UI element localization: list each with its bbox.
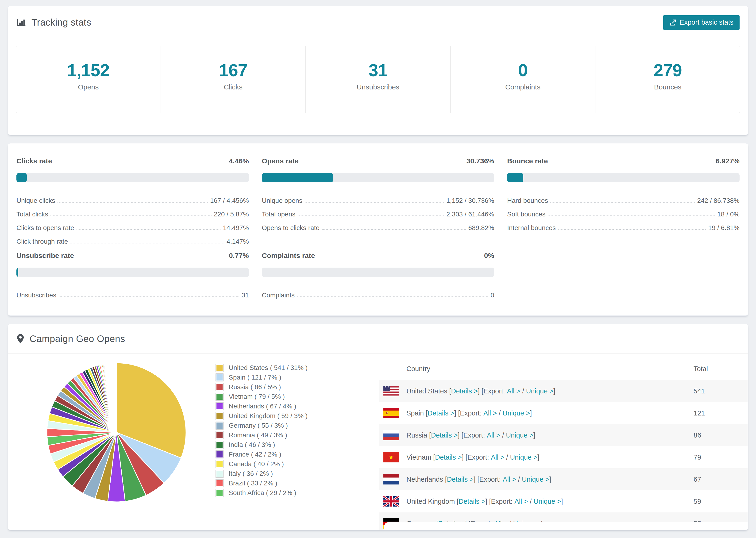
export-basic-stats-button[interactable]: Export basic stats bbox=[663, 15, 739, 30]
metric-row: Complaints0 bbox=[262, 286, 494, 299]
row-total: 86 bbox=[693, 431, 747, 439]
export-unique-link[interactable]: Unique > bbox=[526, 387, 553, 395]
dotted-leader bbox=[50, 215, 211, 216]
bracket-text: [ bbox=[427, 431, 431, 439]
legend-item-south-africa[interactable]: South Africa ( 29 / 2% ) bbox=[216, 488, 344, 498]
export-all-link[interactable]: All > bbox=[503, 476, 516, 483]
dotted-leader bbox=[77, 229, 221, 230]
details-link[interactable]: Details > bbox=[459, 498, 485, 506]
legend-item-france[interactable]: France ( 42 / 2% ) bbox=[216, 450, 344, 459]
map-marker-icon bbox=[17, 334, 25, 344]
table-row: Spain [Details >] [Export: All > / Uniqu… bbox=[379, 402, 747, 424]
rate-detail-rows: Unique opens1,152 / 30.736%Total opens2,… bbox=[262, 191, 494, 232]
bar-chart-icon bbox=[17, 18, 26, 27]
export-all-link[interactable]: All > bbox=[487, 431, 500, 439]
metric-label: Unique clicks bbox=[17, 197, 55, 204]
metric-row: Unique opens1,152 / 30.736% bbox=[262, 191, 494, 204]
legend-swatch bbox=[216, 441, 224, 449]
metric-value: 167 / 4.456% bbox=[210, 197, 249, 204]
rate-title: Opens rate bbox=[262, 157, 298, 165]
metric-value: 242 / 86.738% bbox=[697, 197, 739, 204]
stat-clicks: 167 Clicks bbox=[161, 46, 305, 113]
opens-rate-section: Opens rate 30.736% Unique opens1,152 / 3… bbox=[262, 157, 494, 245]
bracket-text: ] [Export: bbox=[473, 476, 503, 483]
legend-label: France ( 42 / 2% ) bbox=[229, 451, 281, 458]
legend-item-germany[interactable]: Germany ( 55 / 3% ) bbox=[216, 421, 344, 430]
export-unique-link[interactable]: Unique > bbox=[506, 431, 533, 439]
export-unique-link[interactable]: Unique > bbox=[522, 476, 549, 483]
separator-text: / bbox=[528, 498, 533, 506]
legend-swatch bbox=[216, 402, 224, 410]
details-link[interactable]: Details > bbox=[431, 431, 458, 439]
legend-item-brazil[interactable]: Brazil ( 33 / 2% ) bbox=[216, 478, 344, 488]
bracket-text: ] bbox=[549, 476, 551, 483]
export-unique-link[interactable]: Unique > bbox=[503, 409, 530, 417]
legend-item-spain[interactable]: Spain ( 121 / 7% ) bbox=[216, 372, 344, 382]
bracket-text: ] [Export: bbox=[454, 409, 483, 417]
bracket-text: ] [Export: bbox=[478, 387, 507, 395]
metric-row: Internal bounces19 / 6.81% bbox=[507, 218, 739, 232]
metric-label: Soft bounces bbox=[507, 211, 545, 218]
legend-item-russia[interactable]: Russia ( 86 / 5% ) bbox=[216, 382, 344, 392]
details-link[interactable]: Details > bbox=[435, 454, 462, 461]
metric-value: 4.147% bbox=[227, 238, 249, 245]
row-total: 541 bbox=[693, 387, 747, 395]
metric-label: Total clicks bbox=[17, 211, 48, 218]
bracket-text: [ bbox=[455, 498, 459, 506]
legend-item-italy[interactable]: Italy ( 36 / 2% ) bbox=[216, 469, 344, 478]
row-total: 79 bbox=[693, 454, 747, 461]
details-link[interactable]: Details > bbox=[428, 409, 454, 417]
metric-value: 2,303 / 61.446% bbox=[446, 211, 494, 218]
rate-value: 0.77% bbox=[229, 252, 249, 260]
export-icon bbox=[669, 19, 676, 26]
dotted-leader bbox=[59, 296, 239, 297]
legend-swatch bbox=[216, 489, 224, 497]
dotted-leader bbox=[58, 202, 208, 202]
legend-label: United Kingdom ( 59 / 3% ) bbox=[229, 412, 307, 420]
legend-item-vietnam[interactable]: Vietnam ( 79 / 5% ) bbox=[216, 392, 344, 402]
table-row: United States [Details >] [Export: All >… bbox=[379, 380, 747, 402]
legend-item-canada[interactable]: Canada ( 40 / 2% ) bbox=[216, 459, 344, 469]
rate-detail-rows: Complaints0 bbox=[262, 286, 494, 299]
unsubscribe-rate-section: Unsubscribe rate 0.77% Unsubscribes31 bbox=[17, 252, 249, 299]
export-unique-link[interactable]: Unique > bbox=[534, 498, 561, 506]
legend-label: India ( 46 / 3% ) bbox=[229, 441, 275, 449]
metric-value: 18 / 0% bbox=[717, 211, 739, 218]
metric-row: Total clicks220 / 5.87% bbox=[17, 204, 249, 218]
separator-text: / bbox=[516, 476, 522, 483]
clicks-rate-section: Clicks rate 4.46% Unique clicks167 / 4.4… bbox=[17, 157, 249, 245]
export-unique-link[interactable]: Unique > bbox=[510, 454, 537, 461]
column-header-country: Country bbox=[379, 365, 693, 373]
stat-complaints: 0 Complaints bbox=[450, 46, 595, 113]
details-link[interactable]: Details > bbox=[447, 476, 474, 483]
flag-nl-icon bbox=[383, 474, 399, 484]
dotted-leader bbox=[70, 243, 224, 243]
metric-label: Hard bounces bbox=[507, 197, 548, 204]
legend-item-netherlands[interactable]: Netherlands ( 67 / 4% ) bbox=[216, 402, 344, 411]
complaints-rate-progress-bar bbox=[262, 268, 494, 277]
export-all-link[interactable]: All > bbox=[507, 387, 520, 395]
legend-item-united-states[interactable]: United States ( 541 / 31% ) bbox=[216, 363, 344, 372]
legend-swatch bbox=[216, 479, 224, 487]
details-link[interactable]: Details > bbox=[451, 387, 478, 395]
legend-item-india[interactable]: India ( 46 / 3% ) bbox=[216, 440, 344, 450]
export-all-link[interactable]: All > bbox=[483, 409, 497, 417]
metric-label: Clicks to opens rate bbox=[17, 224, 74, 232]
export-all-link[interactable]: All > bbox=[514, 498, 528, 506]
progress-fill bbox=[17, 268, 18, 277]
metric-row: Hard bounces242 / 86.738% bbox=[507, 191, 739, 204]
legend-label: Germany ( 55 / 3% ) bbox=[229, 422, 288, 429]
legend-item-romania[interactable]: Romania ( 49 / 3% ) bbox=[216, 430, 344, 440]
country-cell: United States [Details >] [Export: All >… bbox=[379, 386, 693, 396]
metric-row: Clicks to opens rate14.497% bbox=[17, 218, 249, 232]
table-row: Vietnam [Details >] [Export: All > / Uni… bbox=[379, 446, 747, 468]
dotted-leader bbox=[322, 229, 466, 230]
stat-value: 0 bbox=[451, 60, 595, 80]
legend-label: Vietnam ( 79 / 5% ) bbox=[229, 393, 285, 401]
export-all-link[interactable]: All > bbox=[491, 454, 504, 461]
bracket-text: ] bbox=[553, 387, 555, 395]
geo-pie-chart[interactable] bbox=[44, 360, 189, 505]
legend-item-united-kingdom[interactable]: United Kingdom ( 59 / 3% ) bbox=[216, 411, 344, 421]
metric-value: 689.82% bbox=[468, 224, 494, 232]
legend-swatch bbox=[216, 412, 224, 420]
